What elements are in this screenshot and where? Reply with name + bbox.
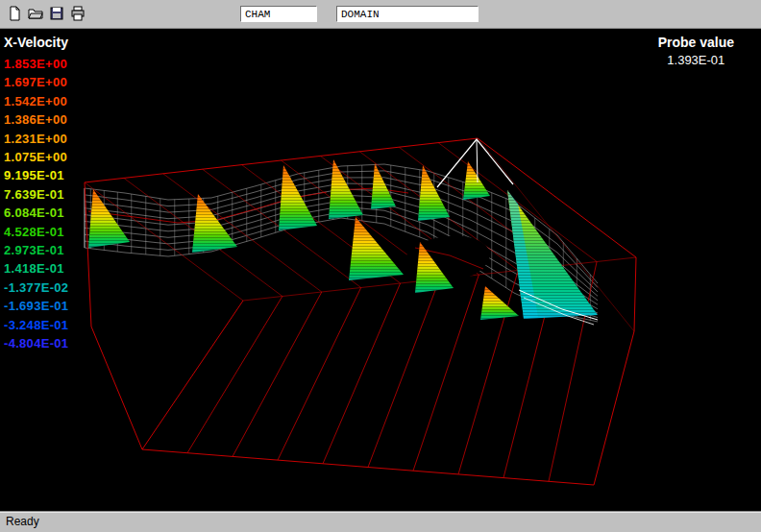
new-file-button[interactable]	[4, 4, 25, 25]
cham-field[interactable]	[240, 6, 317, 22]
legend-entry: 2.973E-01	[4, 241, 68, 259]
legend-entry: 1.418E-01	[4, 259, 68, 278]
legend-entry: 1.075E+00	[4, 148, 68, 166]
probe-readout: Probe value 1.393E-01	[658, 35, 734, 67]
legend-entry: 1.542E+00	[4, 92, 68, 110]
legend-entries: 1.853E+001.697E+001.542E+001.386E+001.23…	[4, 55, 68, 353]
legend-entry: 1.697E+00	[4, 73, 68, 91]
legend-entry: 1.386E+00	[4, 110, 68, 129]
legend-entry: 1.853E+00	[4, 55, 68, 73]
open-file-button[interactable]	[25, 4, 46, 25]
legend-entry: 6.084E-01	[4, 204, 68, 222]
save-button[interactable]	[46, 4, 67, 25]
open-folder-icon	[28, 6, 43, 24]
toolbar	[0, 0, 761, 29]
legend-entry: -1.377E-02	[4, 278, 68, 297]
new-file-icon	[7, 6, 22, 24]
status-text: Ready	[0, 512, 761, 531]
legend-entry: 4.528E-01	[4, 223, 68, 241]
scene-3d-view[interactable]	[0, 29, 761, 511]
domain-field[interactable]	[336, 6, 479, 22]
legend-title: X-Velocity	[4, 35, 68, 50]
print-button[interactable]	[67, 4, 88, 25]
probe-value: 1.393E-01	[658, 53, 734, 67]
legend: X-Velocity 1.853E+001.697E+001.542E+001.…	[4, 35, 68, 353]
legend-entry: -4.804E-01	[4, 334, 68, 352]
legend-entry: 1.231E+00	[4, 130, 68, 148]
legend-entry: 7.639E-01	[4, 185, 68, 204]
legend-entry: -1.693E-01	[4, 297, 68, 315]
probe-label: Probe value	[658, 35, 734, 50]
save-icon	[49, 6, 64, 24]
app-window: X-Velocity 1.853E+001.697E+001.542E+001.…	[0, 0, 761, 532]
print-icon	[70, 6, 86, 24]
status-bar: Ready	[0, 511, 761, 532]
legend-entry: 9.195E-01	[4, 166, 68, 184]
viewport: X-Velocity 1.853E+001.697E+001.542E+001.…	[0, 29, 761, 511]
legend-entry: -3.248E-01	[4, 316, 68, 334]
